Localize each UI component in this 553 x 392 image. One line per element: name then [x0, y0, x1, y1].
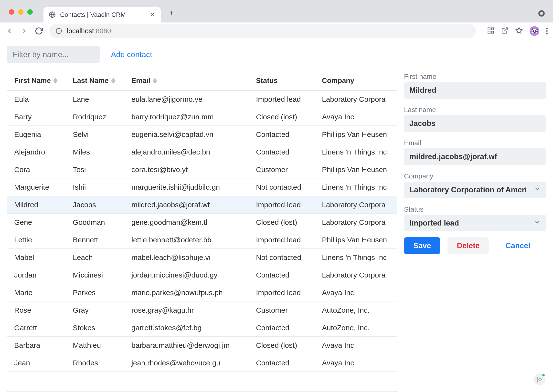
col-first-name[interactable]: First Name	[7, 71, 66, 90]
cell-company: Laboratory Corpora	[315, 271, 397, 279]
cell-last: Gray	[66, 306, 125, 314]
browser-tab[interactable]: Contacts | Vaadin CRM ✕	[43, 7, 161, 22]
sort-icon	[53, 78, 58, 84]
table-row[interactable]: MildredJacobsmildred.jacobs@joraf.wfImpo…	[7, 196, 397, 214]
cell-email: garrett.stokes@fef.bg	[125, 324, 249, 332]
forward-icon[interactable]	[20, 27, 28, 35]
add-contact-button[interactable]: Add contact	[111, 50, 152, 59]
table-row[interactable]: MargueriteIshiimarguerite.ishii@judbilo.…	[7, 178, 397, 196]
cell-status: Contacted	[249, 324, 315, 332]
table-row[interactable]: BarryRodriquezbarry.rodriquez@zun.mmClos…	[7, 108, 397, 126]
cell-company: Linens 'n Things Inc	[315, 253, 397, 262]
table-row[interactable]: RoseGrayrose.gray@kagu.hrCustomerAutoZon…	[7, 301, 397, 319]
table-row[interactable]: GeneGoodmangene.goodman@kem.tlClosed (lo…	[7, 214, 397, 231]
table-row[interactable]: MarieParkesmarie.parkes@nowufpus.phImpor…	[7, 284, 397, 301]
tab-close-icon[interactable]: ✕	[150, 11, 155, 18]
first-name-field[interactable]	[404, 82, 546, 99]
table-row[interactable]: CoraTesicora.tesi@bivo.ytCustomerPhillip…	[7, 161, 397, 178]
table-row[interactable]: MabelLeachmabel.leach@lisohuje.viNot con…	[7, 249, 397, 266]
table-row[interactable]: EulaLaneeula.lane@jigormo.yeImported lea…	[7, 91, 397, 108]
status-select[interactable]: Imported lead	[404, 215, 546, 231]
chevron-down-icon	[531, 219, 541, 227]
svg-rect-7	[491, 31, 494, 33]
svg-line-8	[504, 28, 508, 31]
filter-input[interactable]	[7, 46, 100, 63]
cell-first: Mabel	[7, 253, 66, 262]
label-company: Company	[404, 172, 546, 180]
window-zoom-icon[interactable]	[27, 9, 33, 15]
cell-status: Imported lead	[249, 95, 315, 103]
label-first-name: First name	[404, 73, 546, 81]
cell-last: Lane	[66, 95, 125, 103]
table-header-row: First Name Last Name Email Status Compan…	[7, 71, 397, 91]
cell-first: Barbara	[7, 341, 66, 350]
bookmark-star-icon[interactable]	[515, 27, 523, 35]
open-external-icon[interactable]	[501, 27, 509, 35]
cell-first: Lettie	[7, 236, 66, 244]
cell-last: Jacobs	[66, 201, 125, 209]
vaadin-dev-badge[interactable]: }>	[533, 373, 545, 385]
cell-first: Eugenia	[7, 130, 66, 139]
chrome-account-pill[interactable]	[538, 10, 545, 17]
col-email[interactable]: Email	[125, 71, 249, 90]
cell-status: Imported lead	[249, 236, 315, 244]
table-row[interactable]: LettieBennettlettie.bennett@odeter.bbImp…	[7, 231, 397, 249]
cell-email: barbara.matthieu@derwogi.jm	[125, 341, 249, 350]
cell-status: Contacted	[249, 130, 315, 139]
cell-company: Avaya Inc.	[315, 341, 397, 350]
cell-first: Jordan	[7, 271, 66, 279]
window-minimize-icon[interactable]	[18, 9, 23, 15]
window-close-icon[interactable]	[9, 9, 14, 15]
table-row[interactable]: BarbaraMatthieubarbara.matthieu@derwogi.…	[7, 337, 397, 354]
cell-last: Selvi	[66, 130, 125, 139]
cell-company: Laboratory Corpora	[315, 95, 397, 103]
delete-button[interactable]: Delete	[447, 237, 489, 254]
cell-email: eula.lane@jigormo.ye	[125, 95, 249, 103]
cell-company: AutoZone, Inc.	[315, 306, 397, 314]
col-last-name[interactable]: Last Name	[66, 71, 125, 90]
cancel-button[interactable]: Cancel	[496, 237, 540, 254]
back-icon[interactable]	[5, 27, 14, 35]
last-name-field[interactable]	[404, 115, 546, 132]
svg-rect-4	[488, 28, 490, 30]
reload-icon[interactable]	[35, 27, 43, 35]
table-row[interactable]: AlejandroMilesalejandro.miles@dec.bnCont…	[7, 143, 397, 161]
table-row[interactable]: GarrettStokesgarrett.stokes@fef.bgContac…	[7, 319, 397, 337]
cell-last: Tesi	[66, 165, 125, 174]
cell-email: mabel.leach@lisohuje.vi	[125, 253, 249, 262]
url-port: :8080	[94, 27, 111, 35]
cell-company: Avaya Inc.	[315, 359, 397, 367]
cell-email: rose.gray@kagu.hr	[125, 306, 249, 314]
cell-status: Customer	[249, 165, 315, 174]
table-row[interactable]: JordanMiccinesijordan.miccinesi@duod.gyC…	[7, 266, 397, 284]
table-row[interactable]: JeanRhodesjean.rhodes@wehovuce.guContact…	[7, 354, 397, 372]
company-select[interactable]: Laboratory Corporation of Ameri	[404, 182, 546, 198]
cell-company: Laboratory Corpora	[315, 201, 397, 209]
kebab-menu-icon[interactable]	[546, 28, 548, 34]
cell-email: mildred.jacobs@joraf.wf	[125, 201, 249, 209]
col-status[interactable]: Status	[249, 71, 315, 90]
table-row[interactable]: EugeniaSelvieugenia.selvi@capfad.vnConta…	[7, 126, 397, 143]
cell-first: Marguerite	[7, 183, 66, 191]
cell-last: Goodman	[66, 218, 125, 227]
col-company[interactable]: Company	[315, 71, 397, 90]
app-root: Add contact First Name Last Name Email S…	[0, 40, 553, 392]
cell-first: Barry	[7, 113, 66, 121]
profile-avatar[interactable]: 🐼	[530, 26, 539, 36]
address-bar[interactable]: localhost:8080	[49, 24, 476, 38]
cell-status: Contacted	[249, 271, 315, 279]
chevron-down-icon	[531, 186, 541, 194]
tab-title: Contacts | Vaadin CRM	[60, 11, 145, 19]
cell-first: Eula	[7, 95, 66, 103]
contacts-table: First Name Last Name Email Status Compan…	[7, 71, 397, 392]
cell-last: Leach	[66, 253, 125, 262]
cell-status: Customer	[249, 306, 315, 314]
new-tab-button[interactable]: ＋	[168, 7, 175, 18]
cell-company: Phillips Van Heusen	[315, 165, 397, 174]
cell-email: cora.tesi@bivo.yt	[125, 165, 249, 174]
save-button[interactable]: Save	[404, 237, 440, 254]
email-field[interactable]	[404, 148, 546, 165]
cell-email: lettie.bennett@odeter.bb	[125, 236, 249, 244]
label-status: Status	[404, 206, 546, 213]
extensions-icon[interactable]	[487, 27, 494, 35]
